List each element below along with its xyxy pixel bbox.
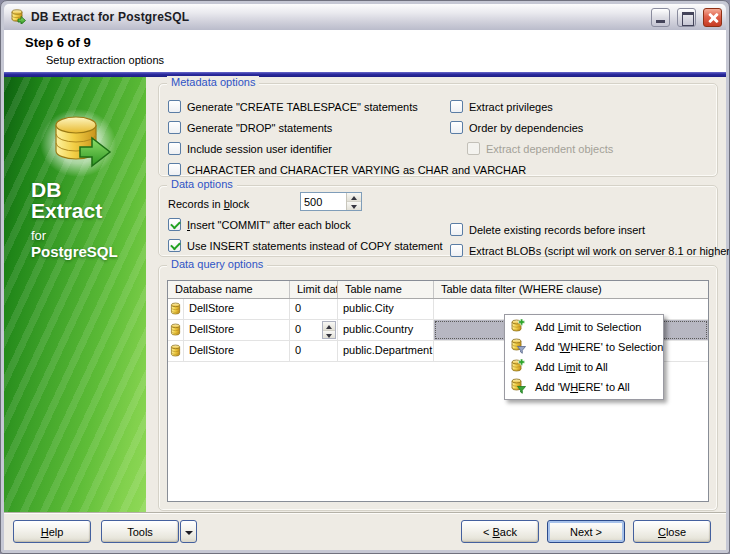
menu-item-label: Add 'WHERE' to All (535, 381, 630, 393)
cell-limit-data[interactable]: 0 (290, 299, 338, 319)
checkbox-box (467, 142, 480, 155)
tools-button[interactable]: Tools (101, 520, 179, 543)
database-icon (168, 341, 184, 361)
maximize-icon (678, 9, 695, 26)
checkbox-label[interactable]: Extract BLOBs (script wil work on server… (469, 245, 730, 257)
checkbox-box[interactable] (168, 239, 181, 252)
checkbox-box[interactable] (450, 100, 463, 113)
menu-item-add-where-to-selection[interactable]: Add 'WHERE' to Selection (507, 337, 661, 357)
checkbox-label[interactable]: Use INSERT statements instead of COPY st… (187, 240, 443, 252)
query-table-header: Database name Limit data Table name Tabl… (168, 281, 708, 299)
minimize-icon (652, 9, 669, 26)
database-add-icon (510, 318, 526, 336)
spin-up-button[interactable] (347, 193, 361, 202)
menu-item-label: Add 'WHERE' to Selection (535, 341, 663, 353)
cell-limit-data[interactable]: 0 (290, 341, 338, 361)
checkbox-delete-existing-records[interactable]: Delete existing records before insert (450, 219, 730, 240)
checkbox-box[interactable] (168, 142, 181, 155)
cell-table-name[interactable]: public.City (338, 299, 434, 319)
records-in-block-spinner (300, 192, 362, 211)
button-bar: Help Tools < Back Next > Close (4, 512, 726, 550)
back-button[interactable]: < Back (461, 520, 539, 543)
checkbox-extract-privileges[interactable]: Extract privileges (450, 96, 613, 117)
data-right-column: Delete existing records before insert Ex… (450, 219, 730, 261)
brand-line-3: for (31, 229, 118, 242)
wizard-content: Metadata options Generate "CREATE TABLES… (146, 77, 726, 512)
checkbox-label[interactable]: CHARACTER and CHARACTER VARYING as CHAR … (187, 164, 526, 176)
spin-down-button[interactable] (323, 331, 335, 339)
checkbox-box[interactable] (450, 244, 463, 257)
wizard-window: DB Extract for PostgreSQL Step 6 of 9 Se… (0, 0, 730, 554)
cell-database-name[interactable]: DellStore (184, 320, 290, 340)
minimize-button[interactable] (651, 8, 670, 27)
checkbox-box[interactable] (450, 121, 463, 134)
checkbox-generate-create-tablespace[interactable]: Generate "CREATE TABLESPACE" statements (168, 96, 717, 117)
checkbox-label[interactable]: Extract privileges (469, 101, 553, 113)
checkbox-label[interactable]: Delete existing records before insert (469, 224, 645, 236)
brand-line-1: DB (31, 179, 118, 200)
tools-dropdown-button[interactable] (180, 520, 197, 543)
checkbox-extract-dependent-objects: Extract dependent objects (450, 138, 613, 159)
checkbox-label[interactable]: Include session user identifier (187, 143, 332, 155)
database-add-icon (510, 358, 526, 376)
step-title: Step 6 of 9 (25, 35, 726, 50)
menu-item-label: Add Limit to Selection (535, 321, 641, 333)
records-in-block-row: Records in block (168, 194, 717, 214)
column-header-table-name[interactable]: Table name (338, 281, 434, 298)
checkbox-box[interactable] (168, 218, 181, 231)
cell-database-name[interactable]: DellStore (184, 341, 290, 361)
menu-item-add-limit-to-all[interactable]: Add Limit to All (507, 357, 661, 377)
wizard-header: Step 6 of 9 Setup extraction options (4, 30, 726, 72)
data-options-group: Data options Records in block Insert "CO… (158, 185, 718, 257)
product-name: DB Extract for PostgreSQL (31, 179, 118, 259)
help-button[interactable]: Help (13, 520, 91, 543)
spin-up-button[interactable] (323, 322, 335, 331)
checkbox-box[interactable] (168, 121, 181, 134)
close-button[interactable] (703, 8, 722, 27)
data-options-label: Data options (167, 178, 237, 190)
checkbox-box[interactable] (168, 163, 181, 176)
checkbox-box[interactable] (168, 100, 181, 113)
checkbox-extract-blobs[interactable]: Extract BLOBs (script wil work on server… (450, 240, 730, 261)
checkbox-label[interactable]: Generate "DROP" statements (187, 122, 332, 134)
brand-line-2: Extract (31, 200, 118, 221)
checkbox-include-session-user[interactable]: Include session user identifier (168, 138, 717, 159)
database-icon (168, 320, 184, 340)
menu-item-label: Add Limit to All (535, 361, 608, 373)
spin-down-button[interactable] (347, 202, 361, 210)
checkbox-character-varying[interactable]: CHARACTER and CHARACTER VARYING as CHAR … (168, 159, 717, 180)
title-bar[interactable]: DB Extract for PostgreSQL (4, 4, 726, 30)
maximize-button[interactable] (677, 8, 696, 27)
database-filter-green-icon (510, 378, 526, 396)
checkbox-label[interactable]: Insert "COMMIT" after each block (187, 219, 351, 231)
records-in-block-input[interactable] (301, 193, 346, 210)
metadata-options-label: Metadata options (167, 76, 259, 88)
data-query-options-label: Data query options (167, 258, 267, 270)
cell-limit-data[interactable]: 0 (290, 320, 338, 340)
step-subtitle: Setup extraction options (46, 54, 726, 66)
brand-line-4: PostgreSQL (31, 244, 118, 259)
context-menu: Add Limit to Selection Add 'WHERE' to Se… (504, 314, 664, 400)
cell-table-name[interactable]: public.Department (338, 341, 434, 361)
column-header-database-name[interactable]: Database name (168, 281, 290, 298)
cell-table-name[interactable]: public.Country (338, 320, 434, 340)
app-icon (10, 8, 26, 26)
limit-cell-spinner (322, 321, 336, 339)
menu-item-add-limit-to-selection[interactable]: Add Limit to Selection (507, 317, 661, 337)
cell-database-name[interactable]: DellStore (184, 299, 290, 319)
checkbox-generate-drop[interactable]: Generate "DROP" statements (168, 117, 717, 138)
metadata-options-group: Metadata options Generate "CREATE TABLES… (158, 83, 718, 177)
checkbox-box[interactable] (450, 223, 463, 236)
database-filter-icon (510, 338, 526, 356)
column-header-table-data-filter[interactable]: Table data filter (WHERE clause) (434, 281, 708, 298)
close-wizard-button[interactable]: Close (633, 520, 711, 543)
records-in-block-label: Records in block (168, 198, 249, 210)
database-icon (168, 299, 184, 319)
checkbox-order-by-dependencies[interactable]: Order by dependencies (450, 117, 613, 138)
metadata-right-column: Extract privileges Order by dependencies… (450, 96, 613, 159)
column-header-limit-data[interactable]: Limit data (290, 281, 338, 298)
next-button[interactable]: Next > (547, 520, 625, 543)
checkbox-label[interactable]: Order by dependencies (469, 122, 583, 134)
menu-item-add-where-to-all[interactable]: Add 'WHERE' to All (507, 377, 661, 397)
checkbox-label[interactable]: Generate "CREATE TABLESPACE" statements (187, 101, 418, 113)
